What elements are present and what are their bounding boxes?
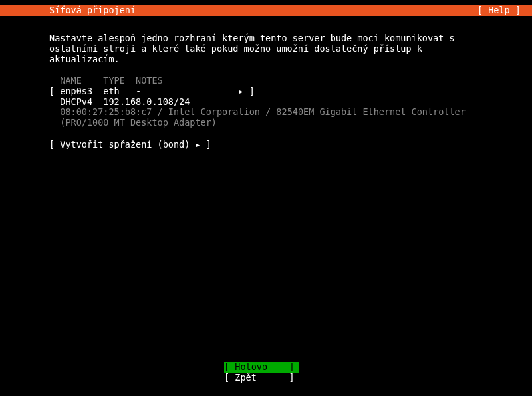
chevron-right-icon: ▸ — [196, 139, 201, 149]
page-title: Síťová připojení — [49, 5, 136, 16]
interface-address-row: DHCPv4 192.168.0.108/24 — [49, 96, 190, 107]
interface-detail-line: 08:00:27:25:b8:c7 / Intel Corporation / … — [49, 106, 466, 117]
create-bond-label: Vytvořit spřažení (bond) — [60, 139, 190, 149]
ip-method: DHCPv4 — [60, 96, 92, 107]
instruction-line: aktualizacím. — [49, 54, 120, 64]
interface-row[interactable]: [ enp0s3 eth - ▸ ] — [49, 86, 255, 96]
instruction-line: Nastavte alespoň jedno rozhraní kterým t… — [49, 33, 455, 43]
iface-notes: - — [136, 86, 141, 96]
header-bar: Síťová připojení [ Help ] — [0, 5, 532, 16]
done-button[interactable]: [ Hotovo ] — [224, 362, 299, 373]
footer-buttons: [ Hotovo ][ Zpět ] — [224, 362, 299, 383]
done-label: Hotovo — [235, 361, 267, 372]
create-bond-button[interactable]: [ Vytvořit spřažení (bond) ▸ ] — [49, 140, 211, 150]
col-header-notes: NOTES — [136, 75, 163, 86]
instruction-text: Nastavte alespoň jedno rozhraní kterým t… — [49, 33, 455, 64]
interfaces-table: NAME TYPE NOTES [ enp0s3 eth - ▸ ] DHCPv… — [49, 76, 466, 128]
col-header-type: TYPE — [103, 75, 125, 86]
interface-detail-line: (PRO/1000 MT Desktop Adapter) — [49, 117, 217, 128]
iface-type: eth — [103, 86, 119, 96]
chevron-right-icon: ▸ — [239, 86, 244, 96]
instruction-line: ostatními stroji a které také pokud možn… — [49, 43, 422, 54]
help-button[interactable]: [ Help ] — [477, 5, 521, 16]
ip-address: 192.168.0.108/24 — [103, 96, 190, 107]
back-button[interactable]: [ Zpět ] — [224, 373, 299, 383]
back-label: Zpět — [235, 372, 257, 383]
iface-name: enp0s3 — [60, 86, 92, 96]
col-header-name: NAME TYPE NOTES — [49, 75, 163, 86]
